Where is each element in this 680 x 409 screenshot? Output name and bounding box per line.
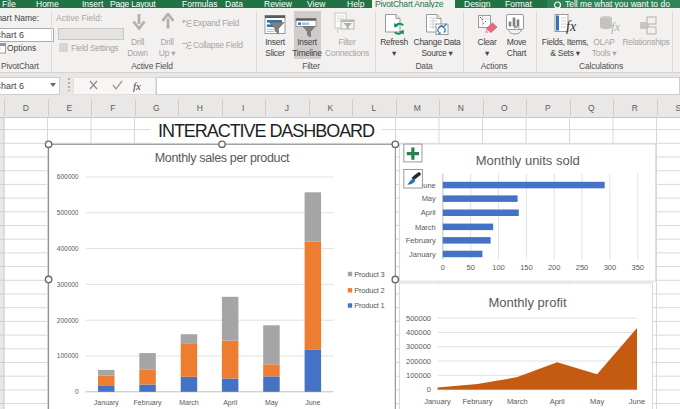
svg-text:0: 0 — [75, 388, 79, 395]
svg-text:March: March — [179, 399, 199, 406]
svg-text:0: 0 — [441, 263, 445, 272]
svg-text:300: 300 — [604, 263, 617, 272]
svg-text:fx: fx — [611, 19, 621, 34]
svg-text:March: March — [507, 397, 528, 406]
svg-text:100: 100 — [492, 263, 505, 272]
svg-text:January: January — [424, 397, 451, 406]
svg-text:350: 350 — [632, 263, 645, 272]
svg-text:June: June — [629, 397, 645, 406]
svg-text:May: May — [265, 399, 279, 407]
svg-text:May: May — [590, 397, 604, 406]
svg-text:400000: 400000 — [57, 245, 79, 252]
svg-text:April: April — [421, 208, 436, 217]
svg-text:Monthly sales per product: Monthly sales per product — [155, 151, 290, 165]
svg-text:100000: 100000 — [57, 352, 79, 359]
svg-text:600000: 600000 — [57, 173, 79, 180]
svg-text:fx: fx — [133, 80, 141, 92]
svg-text:200000: 200000 — [406, 357, 431, 366]
svg-text:Monthly units sold: Monthly units sold — [476, 153, 580, 168]
svg-text:Product 3: Product 3 — [354, 270, 384, 279]
svg-text:March: March — [415, 223, 436, 232]
svg-text:400000: 400000 — [406, 328, 431, 337]
svg-text:April: April — [223, 399, 237, 407]
svg-text:200000: 200000 — [57, 317, 79, 324]
svg-text:200: 200 — [548, 263, 561, 272]
svg-text:Product 1: Product 1 — [354, 301, 384, 310]
svg-text:April: April — [550, 397, 565, 406]
svg-text:January: January — [94, 399, 119, 407]
svg-text:INTERACTIVE DASHBOARD: INTERACTIVE DASHBOARD — [158, 121, 375, 141]
svg-text:300000: 300000 — [406, 342, 431, 351]
svg-text:150: 150 — [520, 263, 533, 272]
svg-text:June: June — [305, 399, 320, 406]
svg-text:February: February — [462, 397, 492, 406]
svg-text:Product 2: Product 2 — [354, 286, 384, 295]
svg-text:250: 250 — [576, 263, 589, 272]
svg-text:January: January — [409, 250, 436, 259]
svg-text:fx: fx — [566, 19, 577, 34]
svg-text:500000: 500000 — [57, 209, 79, 216]
svg-text:300000: 300000 — [57, 281, 79, 288]
svg-text:February: February — [134, 399, 163, 407]
svg-text:May: May — [422, 194, 436, 203]
svg-text:50: 50 — [467, 263, 475, 272]
svg-text:Monthly profit: Monthly profit — [488, 295, 566, 310]
svg-text:100000: 100000 — [406, 371, 431, 380]
svg-text:February: February — [406, 236, 436, 245]
svg-text:500000: 500000 — [406, 314, 431, 323]
svg-text:0: 0 — [427, 385, 431, 394]
